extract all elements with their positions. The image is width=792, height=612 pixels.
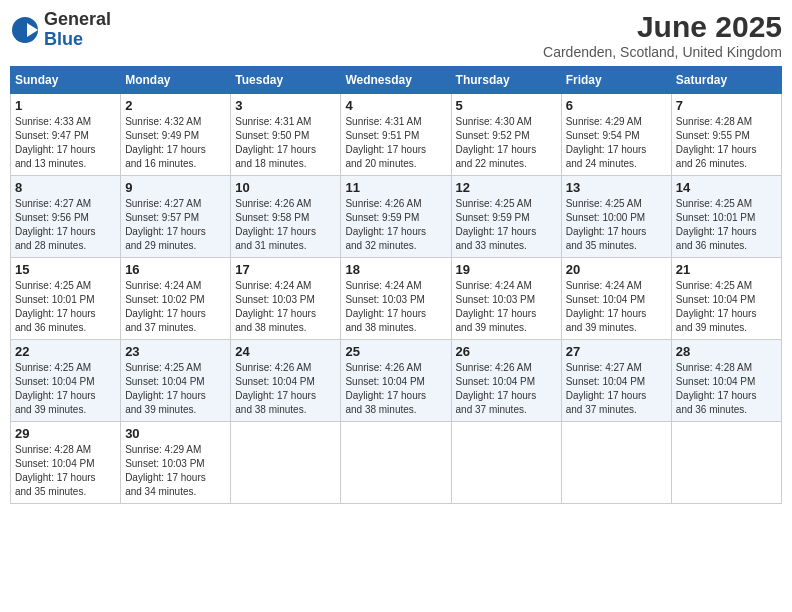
location: Cardenden, Scotland, United Kingdom — [543, 44, 782, 60]
table-row — [671, 422, 781, 504]
day-info: Sunrise: 4:33 AMSunset: 9:47 PMDaylight:… — [15, 115, 116, 171]
table-row: 12Sunrise: 4:25 AMSunset: 9:59 PMDayligh… — [451, 176, 561, 258]
day-number: 12 — [456, 180, 557, 195]
table-row: 19Sunrise: 4:24 AMSunset: 10:03 PMDaylig… — [451, 258, 561, 340]
day-info: Sunrise: 4:25 AMSunset: 10:04 PMDaylight… — [125, 361, 226, 417]
day-info: Sunrise: 4:26 AMSunset: 10:04 PMDaylight… — [345, 361, 446, 417]
table-row: 24Sunrise: 4:26 AMSunset: 10:04 PMDaylig… — [231, 340, 341, 422]
day-number: 6 — [566, 98, 667, 113]
table-row: 7Sunrise: 4:28 AMSunset: 9:55 PMDaylight… — [671, 94, 781, 176]
page-header: General Blue June 2025 Cardenden, Scotla… — [10, 10, 782, 60]
day-info: Sunrise: 4:24 AMSunset: 10:04 PMDaylight… — [566, 279, 667, 335]
title-block: June 2025 Cardenden, Scotland, United Ki… — [543, 10, 782, 60]
table-row: 23Sunrise: 4:25 AMSunset: 10:04 PMDaylig… — [121, 340, 231, 422]
table-row — [451, 422, 561, 504]
col-tuesday: Tuesday — [231, 67, 341, 94]
day-info: Sunrise: 4:31 AMSunset: 9:51 PMDaylight:… — [345, 115, 446, 171]
day-number: 17 — [235, 262, 336, 277]
day-info: Sunrise: 4:25 AMSunset: 9:59 PMDaylight:… — [456, 197, 557, 253]
day-info: Sunrise: 4:29 AMSunset: 9:54 PMDaylight:… — [566, 115, 667, 171]
day-info: Sunrise: 4:25 AMSunset: 10:04 PMDaylight… — [676, 279, 777, 335]
day-number: 11 — [345, 180, 446, 195]
table-row: 3Sunrise: 4:31 AMSunset: 9:50 PMDaylight… — [231, 94, 341, 176]
table-row: 10Sunrise: 4:26 AMSunset: 9:58 PMDayligh… — [231, 176, 341, 258]
day-number: 21 — [676, 262, 777, 277]
table-row — [231, 422, 341, 504]
col-sunday: Sunday — [11, 67, 121, 94]
day-number: 5 — [456, 98, 557, 113]
table-row — [341, 422, 451, 504]
table-row: 15Sunrise: 4:25 AMSunset: 10:01 PMDaylig… — [11, 258, 121, 340]
calendar-week-4: 22Sunrise: 4:25 AMSunset: 10:04 PMDaylig… — [11, 340, 782, 422]
day-number: 19 — [456, 262, 557, 277]
day-info: Sunrise: 4:25 AMSunset: 10:01 PMDaylight… — [15, 279, 116, 335]
col-wednesday: Wednesday — [341, 67, 451, 94]
day-info: Sunrise: 4:27 AMSunset: 10:04 PMDaylight… — [566, 361, 667, 417]
table-row — [561, 422, 671, 504]
table-row: 2Sunrise: 4:32 AMSunset: 9:49 PMDaylight… — [121, 94, 231, 176]
day-info: Sunrise: 4:25 AMSunset: 10:01 PMDaylight… — [676, 197, 777, 253]
day-info: Sunrise: 4:25 AMSunset: 10:04 PMDaylight… — [15, 361, 116, 417]
day-number: 14 — [676, 180, 777, 195]
day-number: 1 — [15, 98, 116, 113]
table-row: 4Sunrise: 4:31 AMSunset: 9:51 PMDaylight… — [341, 94, 451, 176]
day-number: 28 — [676, 344, 777, 359]
logo-text: General Blue — [44, 10, 111, 50]
month-title: June 2025 — [543, 10, 782, 44]
calendar-week-5: 29Sunrise: 4:28 AMSunset: 10:04 PMDaylig… — [11, 422, 782, 504]
day-number: 30 — [125, 426, 226, 441]
header-row: Sunday Monday Tuesday Wednesday Thursday… — [11, 67, 782, 94]
logo-icon — [10, 15, 40, 45]
day-number: 22 — [15, 344, 116, 359]
day-number: 16 — [125, 262, 226, 277]
day-number: 24 — [235, 344, 336, 359]
day-number: 25 — [345, 344, 446, 359]
day-info: Sunrise: 4:24 AMSunset: 10:03 PMDaylight… — [235, 279, 336, 335]
logo-blue: Blue — [44, 29, 83, 49]
day-number: 27 — [566, 344, 667, 359]
table-row: 16Sunrise: 4:24 AMSunset: 10:02 PMDaylig… — [121, 258, 231, 340]
day-number: 23 — [125, 344, 226, 359]
day-info: Sunrise: 4:26 AMSunset: 9:58 PMDaylight:… — [235, 197, 336, 253]
table-row: 17Sunrise: 4:24 AMSunset: 10:03 PMDaylig… — [231, 258, 341, 340]
table-row: 21Sunrise: 4:25 AMSunset: 10:04 PMDaylig… — [671, 258, 781, 340]
calendar-week-2: 8Sunrise: 4:27 AMSunset: 9:56 PMDaylight… — [11, 176, 782, 258]
calendar-week-3: 15Sunrise: 4:25 AMSunset: 10:01 PMDaylig… — [11, 258, 782, 340]
table-row: 11Sunrise: 4:26 AMSunset: 9:59 PMDayligh… — [341, 176, 451, 258]
table-row: 25Sunrise: 4:26 AMSunset: 10:04 PMDaylig… — [341, 340, 451, 422]
table-row: 29Sunrise: 4:28 AMSunset: 10:04 PMDaylig… — [11, 422, 121, 504]
col-friday: Friday — [561, 67, 671, 94]
day-number: 18 — [345, 262, 446, 277]
day-info: Sunrise: 4:27 AMSunset: 9:57 PMDaylight:… — [125, 197, 226, 253]
day-info: Sunrise: 4:26 AMSunset: 10:04 PMDaylight… — [456, 361, 557, 417]
day-info: Sunrise: 4:27 AMSunset: 9:56 PMDaylight:… — [15, 197, 116, 253]
calendar-header: Sunday Monday Tuesday Wednesday Thursday… — [11, 67, 782, 94]
day-info: Sunrise: 4:32 AMSunset: 9:49 PMDaylight:… — [125, 115, 226, 171]
day-info: Sunrise: 4:31 AMSunset: 9:50 PMDaylight:… — [235, 115, 336, 171]
table-row: 20Sunrise: 4:24 AMSunset: 10:04 PMDaylig… — [561, 258, 671, 340]
col-saturday: Saturday — [671, 67, 781, 94]
day-number: 15 — [15, 262, 116, 277]
day-info: Sunrise: 4:26 AMSunset: 10:04 PMDaylight… — [235, 361, 336, 417]
day-info: Sunrise: 4:28 AMSunset: 10:04 PMDaylight… — [676, 361, 777, 417]
day-info: Sunrise: 4:24 AMSunset: 10:03 PMDaylight… — [456, 279, 557, 335]
calendar-table: Sunday Monday Tuesday Wednesday Thursday… — [10, 66, 782, 504]
logo-general: General — [44, 9, 111, 29]
day-number: 7 — [676, 98, 777, 113]
table-row: 26Sunrise: 4:26 AMSunset: 10:04 PMDaylig… — [451, 340, 561, 422]
table-row: 27Sunrise: 4:27 AMSunset: 10:04 PMDaylig… — [561, 340, 671, 422]
day-info: Sunrise: 4:24 AMSunset: 10:02 PMDaylight… — [125, 279, 226, 335]
day-number: 13 — [566, 180, 667, 195]
day-info: Sunrise: 4:28 AMSunset: 9:55 PMDaylight:… — [676, 115, 777, 171]
table-row: 28Sunrise: 4:28 AMSunset: 10:04 PMDaylig… — [671, 340, 781, 422]
table-row: 30Sunrise: 4:29 AMSunset: 10:03 PMDaylig… — [121, 422, 231, 504]
day-info: Sunrise: 4:25 AMSunset: 10:00 PMDaylight… — [566, 197, 667, 253]
col-monday: Monday — [121, 67, 231, 94]
day-info: Sunrise: 4:26 AMSunset: 9:59 PMDaylight:… — [345, 197, 446, 253]
day-info: Sunrise: 4:29 AMSunset: 10:03 PMDaylight… — [125, 443, 226, 499]
table-row: 13Sunrise: 4:25 AMSunset: 10:00 PMDaylig… — [561, 176, 671, 258]
calendar-body: 1Sunrise: 4:33 AMSunset: 9:47 PMDaylight… — [11, 94, 782, 504]
col-thursday: Thursday — [451, 67, 561, 94]
day-info: Sunrise: 4:24 AMSunset: 10:03 PMDaylight… — [345, 279, 446, 335]
day-number: 2 — [125, 98, 226, 113]
